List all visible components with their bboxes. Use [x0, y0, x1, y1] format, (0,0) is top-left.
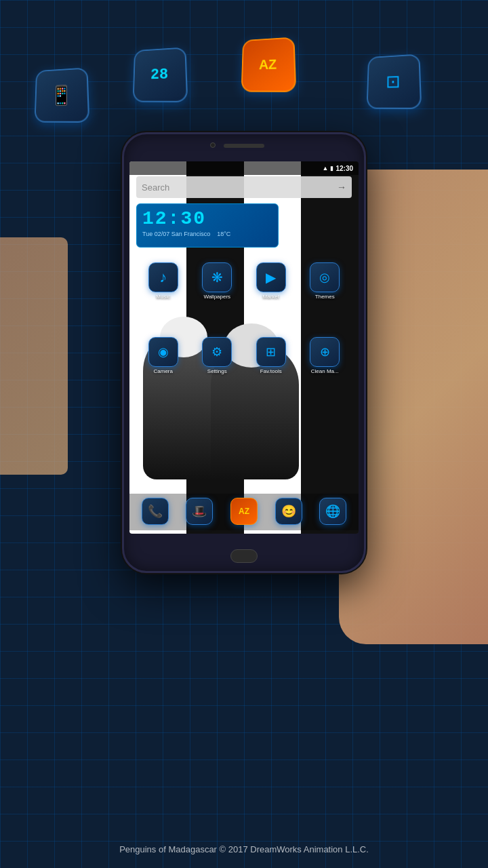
phone-home-button[interactable]: [230, 549, 258, 563]
dock-hat[interactable]: 🎩: [179, 498, 220, 526]
app-cleanmaster[interactable]: ⊕ Clean Ma...: [304, 337, 345, 374]
dock-phone[interactable]: 📞: [135, 498, 176, 526]
favtools-icon-box[interactable]: ⊞: [256, 337, 286, 367]
phone-camera: [210, 142, 216, 148]
search-bar[interactable]: Search →: [136, 176, 352, 198]
dock-face[interactable]: 😊: [268, 498, 309, 526]
date-location: Tue 02/07 San Francisco 18°C: [142, 231, 272, 237]
floating-calendar-icon[interactable]: 28: [133, 47, 188, 102]
battery-icon: ▮: [330, 165, 333, 172]
dock-face-icon[interactable]: 😊: [275, 498, 302, 525]
camera-label: Camera: [154, 368, 173, 374]
dock-phone-icon[interactable]: 📞: [142, 498, 169, 525]
floating-az-icon[interactable]: AZ: [241, 37, 297, 92]
floating-screenshot-icon[interactable]: ⊡: [367, 54, 422, 109]
camera-icon-box[interactable]: ◉: [148, 337, 178, 367]
weather-widget: 12:30 Tue 02/07 San Francisco 18°C: [136, 203, 279, 248]
search-placeholder: Search: [142, 182, 337, 193]
copyright-text: Penguins of Madagascar © 2017 DreamWorks…: [0, 844, 488, 854]
cleanmaster-icon-box[interactable]: ⊕: [310, 337, 340, 367]
market-icon-box[interactable]: ▶: [256, 262, 286, 292]
phone-device: ▲ ▮ 12:30 Search → 12:30 Tue 02/07 San F…: [122, 132, 366, 573]
settings-icon-box[interactable]: ⚙: [202, 337, 232, 367]
dock-az-icon[interactable]: AZ: [230, 498, 258, 525]
market-label: Market: [263, 294, 279, 300]
dock-az[interactable]: AZ: [224, 498, 264, 526]
floating-phone-icon[interactable]: 📱: [35, 67, 90, 123]
settings-label: Settings: [207, 368, 227, 374]
app-market[interactable]: ▶ Market: [251, 262, 291, 300]
app-settings[interactable]: ⚙ Settings: [197, 337, 237, 374]
clock-display: 12:30: [142, 208, 272, 229]
phone-screen: ▲ ▮ 12:30 Search → 12:30 Tue 02/07 San F…: [129, 161, 359, 534]
app-music[interactable]: ♪ Music: [143, 262, 184, 300]
status-time: 12:30: [336, 165, 353, 172]
hand-left: [0, 237, 68, 475]
app-themes[interactable]: ◎ Themes: [304, 262, 345, 300]
signal-icon: ▲: [323, 165, 329, 172]
themes-icon-box[interactable]: ◎: [310, 262, 340, 292]
status-bar: ▲ ▮ 12:30: [129, 161, 359, 175]
app-wallpapers[interactable]: ❋ Wallpapers: [197, 262, 237, 300]
phone-speaker: [224, 144, 264, 148]
search-arrow-icon[interactable]: →: [337, 182, 346, 193]
dock-globe[interactable]: 🌐: [312, 498, 353, 526]
favtools-label: Fav.tools: [260, 368, 282, 374]
status-icons: ▲ ▮ 12:30: [323, 165, 354, 172]
app-row-2: ◉ Camera ⚙ Settings ⊞ Fav.tools ⊕: [129, 334, 359, 377]
music-label: Music: [156, 294, 170, 300]
wallpapers-icon-box[interactable]: ❋: [202, 262, 232, 292]
cleanmaster-label: Clean Ma...: [311, 368, 339, 374]
wallpapers-label: Wallpapers: [203, 294, 230, 300]
app-row-1: ♪ Music ❋ Wallpapers ▶ Market ◎ T: [129, 260, 359, 302]
app-camera[interactable]: ◉ Camera: [143, 337, 184, 374]
dock-globe-icon[interactable]: 🌐: [319, 498, 346, 525]
app-favtools[interactable]: ⊞ Fav.tools: [251, 337, 291, 374]
dock-hat-icon[interactable]: 🎩: [186, 498, 213, 525]
themes-label: Themes: [315, 294, 335, 300]
music-icon-box[interactable]: ♪: [148, 262, 178, 292]
dock-row: 📞 🎩 AZ 😊 🌐: [129, 494, 359, 530]
